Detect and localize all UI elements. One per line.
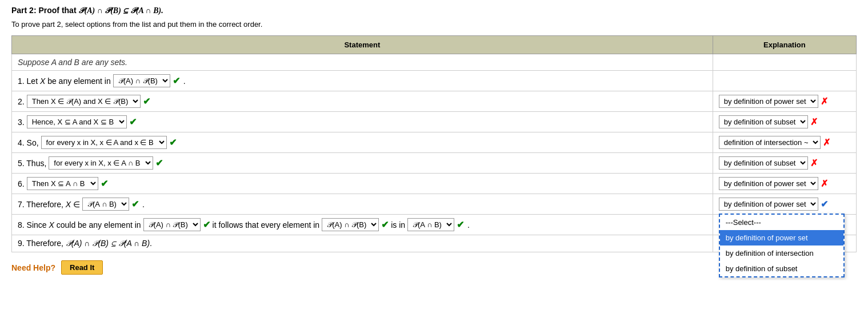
row9-statement: 9. Therefore, 𝒫(A) ∩ 𝒫(B) ⊆ 𝒫(A ∩ B). [12,235,713,252]
table-row: Suppose A and B are any sets. [12,54,857,71]
row1-explanation [713,71,856,91]
row8-select1[interactable]: 𝒫(A) ∩ 𝒫(B) [143,218,201,231]
row2-expl-select[interactable]: by definition of power set [719,95,818,108]
row4-num: 4. So, [18,138,39,147]
table-row: 2. Then X ∈ 𝒫(A) and X ∈ 𝒫(B) ✔ by defin… [12,91,857,112]
row4-expl-cross: ✗ [823,137,830,148]
col-header-explanation: Explanation [713,36,856,54]
row6-check: ✔ [101,178,108,189]
row5-expl-cross: ✗ [810,158,818,168]
dropdown-item-intersection[interactable]: by definition of intersection [720,245,843,261]
dropdown-item-select[interactable]: ---Select--- [720,215,843,230]
need-help-label: Need Help? [11,263,55,272]
row3-select[interactable]: Hence, X ⊆ A and X ⊆ B [27,115,127,128]
row3-statement: 3. Hence, X ⊆ A and X ⊆ B ✔ [12,112,713,132]
row3-explanation: by definition of subset ✗ [713,112,856,132]
row2-num: 2. [18,97,25,106]
row8-end: is in [391,220,405,230]
row5-select[interactable]: for every x in X, x ∈ A ∩ B [49,156,153,170]
row4-check: ✔ [169,137,177,148]
row5-expl-select[interactable]: by definition of subset [719,156,808,170]
row2-explanation: by definition of power set ✗ [713,91,856,112]
row1-select[interactable]: 𝒫(A) ∩ 𝒫(B) [113,74,170,87]
row3-expl-select[interactable]: by definition of subset [719,115,808,128]
row3-check: ✔ [129,116,137,127]
row2-expl-cross: ✗ [821,96,828,107]
row1-check: ✔ [173,75,180,86]
row7-select[interactable]: 𝒫(A ∩ B) [82,198,129,211]
row6-expl-cross: ✗ [821,178,828,189]
row6-explanation: by definition of power set ✗ [713,174,856,194]
row3-expl-cross: ✗ [810,116,818,127]
row1-dot: . [183,77,186,86]
col-header-statement: Statement [12,36,713,54]
row5-explanation: by definition of subset ✗ [713,153,856,174]
row4-explanation: definition of intersection ~ ✗ [713,132,856,153]
row5-statement: 5. Thus, for every x in X, x ∈ A ∩ B ✔ [12,153,713,174]
table-row: 5. Thus, for every x in X, x ∈ A ∩ B ✔ b… [12,153,857,174]
row7-dot: . [142,200,145,209]
row8-select2[interactable]: 𝒫(A) ∩ 𝒫(B) [322,218,379,231]
row3-num: 3. [18,118,25,127]
row5-check: ✔ [155,158,163,168]
row5-num: 5. Thus, [18,159,46,168]
row6-statement: 6. Then X ⊆ A ∩ B ✔ [12,174,713,194]
read-it-button[interactable]: Read It [61,260,103,275]
row2-select[interactable]: Then X ∈ 𝒫(A) and X ∈ 𝒫(B) [27,95,141,108]
row1-num: 1. Let X be any element in [18,77,111,86]
page-subtitle: To prove part 2, select options from the… [11,20,857,29]
row6-expl-select[interactable]: by definition of power set [719,177,818,190]
dropdown-item-subset[interactable]: by definition of subset [720,261,843,276]
row7-num: 7. Therefore, X ∈ [18,200,80,209]
row8-check2: ✔ [381,219,389,230]
page-title: Part 2: Proof that 𝒫(A) ∩ 𝒫(B) ⊆ 𝒫(A ∩ B… [11,6,857,15]
row8-prefix: 8. Since X could be any element in [18,220,141,230]
row6-select[interactable]: Then X ⊆ A ∩ B [27,177,98,190]
table-row: 4. So, for every x in X, x ∈ A and x ∈ B… [12,132,857,153]
row8-mid: it follows that every element in [213,220,320,230]
row8-check3: ✔ [457,219,464,230]
table-row: 7. Therefore, X ∈ 𝒫(A ∩ B) ✔ . by defini… [12,194,857,215]
row4-statement: 4. So, for every x in X, x ∈ A and x ∈ B… [12,132,713,153]
row8-statement: 8. Since X could be any element in 𝒫(A) … [12,215,713,235]
row8-dot: . [467,220,470,230]
row7-statement: 7. Therefore, X ∈ 𝒫(A ∩ B) ✔ . [12,194,713,215]
proof-table: Statement Explanation Suppose A and B ar… [11,35,857,252]
row1-statement: 1. Let X be any element in 𝒫(A) ∩ 𝒫(B) ✔… [12,71,713,91]
row2-check: ✔ [143,96,150,107]
row9-text: 9. Therefore, 𝒫(A) ∩ 𝒫(B) ⊆ 𝒫(A ∩ B). [18,239,152,248]
table-row: 1. Let X be any element in 𝒫(A) ∩ 𝒫(B) ✔… [12,71,857,91]
dropdown-item-power-set[interactable]: by definition of power set [720,230,843,245]
suppose-statement: Suppose A and B are any sets. [12,54,713,71]
row7-check: ✔ [131,199,139,210]
row4-select[interactable]: for every x in X, x ∈ A and x ∈ B [41,136,167,149]
row7-dropdown-menu[interactable]: ---Select--- by definition of power set … [719,214,845,277]
row2-statement: 2. Then X ∈ 𝒫(A) and X ∈ 𝒫(B) ✔ [12,91,713,112]
row7-explanation: by definition of power set ✔ ---Select--… [713,194,856,215]
row6-num: 6. [18,179,25,188]
suppose-explanation [713,54,856,71]
row8-select3[interactable]: 𝒫(A ∩ B) [407,218,454,231]
table-row: 6. Then X ⊆ A ∩ B ✔ by definition of pow… [12,174,857,194]
table-row: 3. Hence, X ⊆ A and X ⊆ B ✔ by definitio… [12,112,857,132]
row7-expl-check: ✔ [821,199,828,210]
row8-check1: ✔ [203,219,210,230]
row7-expl-select[interactable]: by definition of power set [719,198,818,211]
row4-expl-select[interactable]: definition of intersection ~ [719,136,821,149]
